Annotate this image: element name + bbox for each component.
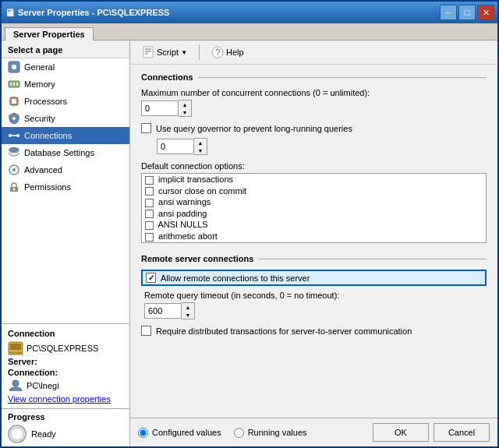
svg-point-20 (13, 189, 16, 191)
sidebar-item-advanced[interactable]: Advanced (2, 161, 129, 178)
configured-label: Configured values (152, 428, 221, 437)
listbox-item-ansi-warnings[interactable]: ansi warnings (142, 196, 486, 208)
listbox-item-implicit[interactable]: implicit transactions (142, 174, 486, 185)
cancel-button[interactable]: Cancel (434, 423, 490, 442)
svg-rect-26 (143, 47, 153, 58)
bottom-bar: Configured values Running values OK Canc… (130, 418, 497, 446)
help-button[interactable]: ? Help (206, 44, 250, 61)
connection-options-listbox[interactable]: implicit transactions cursor close on co… (141, 173, 487, 243)
svg-point-24 (12, 380, 19, 386)
script-icon (142, 46, 154, 58)
listbox-item-ansi-nulls[interactable]: ANSI NULLS (142, 219, 486, 231)
sidebar-item-processors[interactable]: Processors (2, 93, 129, 110)
timeout-up[interactable]: ▲ (182, 303, 194, 311)
running-radio-row: Running values (234, 428, 307, 438)
connections-divider (198, 77, 487, 78)
svg-rect-7 (12, 99, 16, 104)
query-governor-checkbox[interactable] (141, 123, 151, 133)
close-button[interactable]: ✕ (477, 5, 494, 20)
database-settings-icon (8, 146, 20, 159)
max-connections-up[interactable]: ▲ (179, 101, 191, 108)
sidebar-item-permissions[interactable]: Permissions (2, 178, 129, 196)
progress-label: Progress (8, 412, 123, 422)
svg-point-1 (12, 65, 16, 69)
timeout-input[interactable] (144, 303, 182, 319)
configured-radio[interactable] (138, 428, 148, 438)
app-icon: 🖥 (5, 7, 15, 19)
sidebar: Select a page General Memory Processors (2, 41, 130, 446)
distributed-label: Require distributed transactions for ser… (156, 326, 412, 336)
query-governor-input[interactable] (157, 139, 194, 154)
window-controls: − □ ✕ (440, 5, 494, 20)
svg-point-14 (16, 134, 19, 137)
advanced-icon (8, 164, 20, 176)
max-connections-input[interactable] (141, 101, 179, 116)
distributed-checkbox[interactable] (141, 326, 151, 336)
tab-bar: Server Properties (2, 23, 497, 41)
toolbar-divider (199, 44, 200, 60)
main-content: Connections Maximum number of concurrent… (130, 65, 497, 418)
running-label: Running values (248, 428, 307, 437)
max-connections-down[interactable]: ▼ (179, 108, 191, 116)
timeout-down[interactable]: ▼ (182, 311, 194, 319)
svg-rect-22 (10, 344, 21, 350)
connection-info: Connection PC\SQLEXPRESS Server: Connect… (2, 323, 129, 408)
remote-connections-section: Remote server connections Allow remote c… (141, 254, 487, 336)
allow-remote-checkbox[interactable] (146, 273, 156, 283)
sidebar-label-connections: Connections (24, 131, 72, 140)
sidebar-item-database-settings[interactable]: Database Settings (2, 144, 129, 161)
sidebar-item-general[interactable]: General (2, 58, 129, 76)
sidebar-label-processors: Processors (24, 97, 67, 106)
restore-button[interactable]: □ (458, 5, 476, 20)
sidebar-item-connections[interactable]: Connections (2, 127, 129, 144)
server-row: PC\SQLEXPRESS (8, 341, 123, 355)
sidebar-label-general: General (24, 62, 55, 72)
title-bar-left: 🖥 Server Properties - PC\SQLEXPRESS (5, 7, 169, 19)
remote-divider (258, 259, 487, 259)
max-connections-row: ▲ ▼ (141, 100, 487, 117)
processors-icon (8, 95, 20, 108)
sidebar-item-security[interactable]: Security (2, 110, 129, 127)
server-icon (8, 341, 23, 355)
progress-section: Progress Ready (2, 408, 129, 446)
svg-rect-23 (9, 353, 23, 355)
server-properties-window: 🖥 Server Properties - PC\SQLEXPRESS − □ … (0, 0, 499, 448)
progress-indicator (8, 425, 27, 443)
remote-title-bar: Remote server connections (141, 254, 487, 263)
connections-icon (8, 129, 20, 142)
user-icon (8, 379, 23, 393)
connection-section-label: Connection (8, 329, 123, 338)
sidebar-item-memory[interactable]: Memory (2, 76, 129, 93)
svg-rect-5 (16, 83, 18, 86)
toolbar: Script ▼ ? Help (130, 41, 497, 65)
security-icon (8, 112, 20, 125)
query-governor-up[interactable]: ▲ (194, 139, 207, 146)
connection-value: PC\lnegi (27, 381, 59, 390)
svg-point-12 (12, 117, 16, 120)
listbox-item-cursor[interactable]: cursor close on commit (142, 185, 486, 197)
connection-row: PC\lnegi (8, 379, 123, 393)
running-radio[interactable] (234, 428, 244, 438)
connection-label: Connection: (8, 368, 123, 377)
listbox-item-ansi-padding[interactable]: ansi padding (142, 208, 486, 220)
sidebar-header: Select a page (2, 41, 129, 58)
allow-remote-row: Allow remote connections to this server (141, 270, 487, 286)
sidebar-label-memory: Memory (24, 79, 55, 89)
server-label: Server: (8, 357, 123, 366)
default-options-label: Default connection options: (141, 161, 487, 171)
view-connection-properties-link[interactable]: View connection properties (8, 394, 123, 404)
permissions-icon (8, 181, 20, 193)
query-governor-down[interactable]: ▼ (194, 146, 207, 154)
server-value: PC\SQLEXPRESS (27, 344, 98, 353)
ok-button[interactable]: OK (373, 423, 429, 442)
listbox-item-arithmetic[interactable]: arithmetic abort (142, 231, 486, 242)
main-panel: Script ▼ ? Help Connections Maximum (130, 41, 497, 446)
script-button[interactable]: Script ▼ (136, 44, 193, 61)
script-dropdown-arrow: ▼ (181, 49, 187, 56)
tab-server-properties[interactable]: Server Properties (5, 27, 94, 41)
title-bar: 🖥 Server Properties - PC\SQLEXPRESS − □ … (2, 2, 497, 23)
max-connections-spinner: ▲ ▼ (179, 100, 192, 117)
minimize-button[interactable]: − (440, 5, 457, 20)
query-governor-row: Use query governor to prevent long-runni… (141, 123, 487, 133)
script-label: Script (157, 48, 179, 57)
